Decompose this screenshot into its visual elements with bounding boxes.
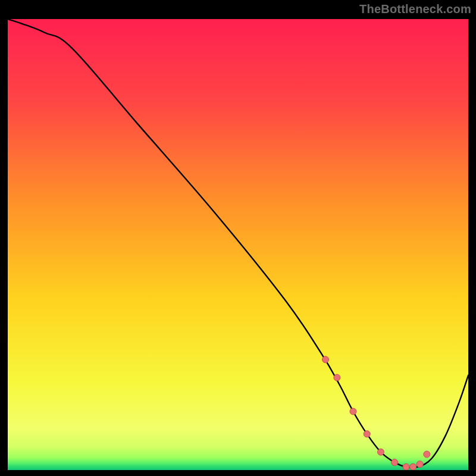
highlight-marker xyxy=(392,459,398,466)
highlight-marker xyxy=(403,464,409,470)
highlight-marker xyxy=(364,431,370,437)
highlight-marker xyxy=(424,451,430,458)
highlight-marker xyxy=(410,464,416,470)
highlight-marker xyxy=(416,461,423,468)
highlight-marker xyxy=(377,449,384,455)
figure-container: TheBottleneck.com xyxy=(0,0,476,476)
gradient-background xyxy=(8,19,468,470)
highlight-marker xyxy=(334,374,340,381)
watermark-text: TheBottleneck.com xyxy=(359,2,471,16)
highlight-marker xyxy=(322,356,329,363)
chart-svg xyxy=(8,19,468,470)
highlight-marker xyxy=(350,408,356,415)
chart-plot-area xyxy=(8,19,468,470)
